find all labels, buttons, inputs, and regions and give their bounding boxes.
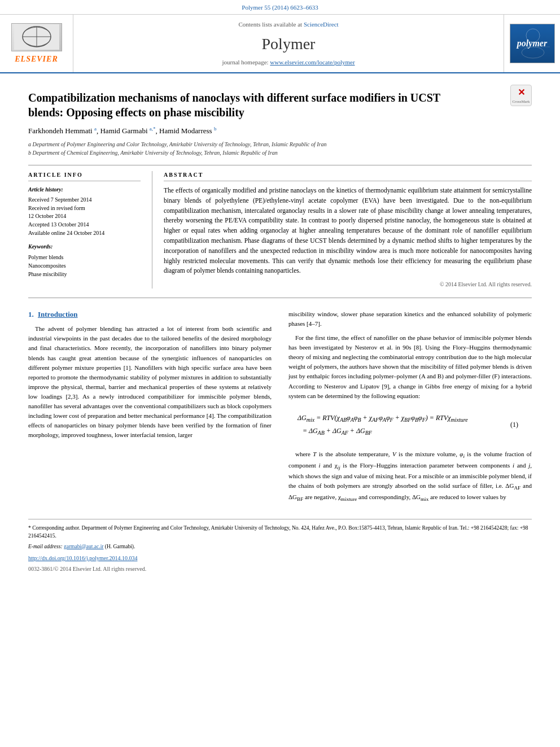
- equation-line1: ΔGmix = RTV(χABφAφB + χAFφAφF + χBFφBφF)…: [298, 412, 468, 425]
- article-info-heading: ARTICLE INFO: [28, 171, 141, 181]
- equation-1: ΔGmix = RTV(χABφAφB + χAFφAφF + χBFφBφF)…: [288, 408, 532, 443]
- author1-sup: a: [94, 126, 97, 132]
- keyword-2: Nanocomposites: [28, 261, 141, 270]
- elsevier-text: ELSEVIER: [15, 54, 58, 65]
- abstract-paragraph: The effects of organically modified and …: [164, 186, 532, 276]
- abstract-col: ABSTRACT The effects of organically modi…: [152, 171, 532, 289]
- equation-container: ΔGmix = RTV(χABφAφB + χAFφAφF + χBFφBφF)…: [298, 412, 523, 439]
- polymer-logo-text: polymer: [517, 37, 547, 50]
- polymer-logo-area: polymer: [504, 15, 560, 72]
- abstract-heading: ABSTRACT: [164, 171, 532, 181]
- elsevier-logo-area: ELSEVIER: [0, 15, 73, 72]
- journal-header-center: Contents lists available at ScienceDirec…: [73, 15, 504, 72]
- article-info-col: ARTICLE INFO Article history: Received 7…: [28, 171, 152, 289]
- crossmark-badge: ✕ CrossMark: [510, 85, 532, 106]
- doi-line: http://dx.doi.org/10.1016/j.polymer.2014…: [28, 554, 532, 562]
- body-section: 1. Introduction The advent of polymer bl…: [28, 309, 532, 508]
- journal-header: ELSEVIER Contents lists available at Sci…: [0, 15, 560, 73]
- authors-line: Farkhondeh Hemmati a, Hamid Garmabi a,*,…: [28, 125, 532, 137]
- affiliation-b: b Department of Chemical Engineering, Am…: [28, 148, 532, 157]
- issn-line: 0032-3861/© 2014 Elsevier Ltd. All right…: [28, 565, 532, 573]
- sciencedirect-line: Contents lists available at ScienceDirec…: [238, 20, 338, 29]
- equation-content: ΔGmix = RTV(χABφAφB + χAFφAφF + χBFφBφF)…: [298, 412, 468, 439]
- received-date: Received 7 September 2014: [28, 196, 141, 204]
- homepage-link[interactable]: www.elsevier.com/locate/polymer: [270, 59, 355, 65]
- author2: Hamid Garmabi: [100, 127, 147, 136]
- elsevier-logo: ELSEVIER: [11, 23, 62, 65]
- affiliation-a: a Department of Polymer Engineering and …: [28, 140, 532, 148]
- affiliations: a Department of Polymer Engineering and …: [28, 140, 532, 157]
- intro-heading: 1. Introduction: [28, 309, 272, 320]
- article-history: Article history: Received 7 September 20…: [28, 186, 141, 237]
- accepted-date: Accepted 13 October 2014: [28, 221, 141, 229]
- right-para1: miscibility window, slower phase separat…: [288, 309, 532, 329]
- journal-reference: Polymer 55 (2014) 6623–6633: [0, 0, 560, 15]
- info-abstract-section: ARTICLE INFO Article history: Received 7…: [28, 171, 532, 289]
- homepage-label: journal homepage:: [222, 59, 268, 65]
- divider-1: [28, 165, 532, 165]
- main-content: ✕ CrossMark Compatibilization mechanisms…: [0, 73, 560, 586]
- equation-line2: = ΔGAB + ΔGAF + ΔGBF: [298, 425, 468, 438]
- email-link[interactable]: garmabi@aut.ac.ir: [64, 544, 103, 549]
- polymer-logo-box: polymer: [510, 24, 555, 63]
- keyword-3: Phase miscibility: [28, 270, 141, 278]
- crossmark-icon: ✕: [518, 86, 525, 99]
- intro-para1: The advent of polymer blending has attra…: [28, 324, 272, 440]
- keyword-1: Polymer blends: [28, 253, 141, 261]
- body-right-col: miscibility window, slower phase separat…: [288, 309, 532, 508]
- footnote-section: * Corresponding author. Department of Po…: [28, 519, 532, 573]
- email-suffix: (H. Garmabi).: [105, 544, 135, 549]
- journal-title: Polymer: [262, 33, 316, 55]
- doi-link[interactable]: http://dx.doi.org/10.1016/j.polymer.2014…: [28, 555, 137, 561]
- revised-date: Received in revised form 12 October 2014: [28, 204, 141, 220]
- keywords-section: Keywords: Polymer blends Nanocomposites …: [28, 243, 141, 278]
- crossmark-area: ✕ CrossMark: [510, 85, 532, 106]
- right-body-text: miscibility window, slower phase separat…: [288, 309, 532, 400]
- author2-sup: a,*: [150, 126, 156, 132]
- author1: Farkhondeh Hemmati: [28, 127, 93, 136]
- author3-sup: b: [214, 126, 217, 132]
- footnote-email: E-mail address: garmabi@aut.ac.ir (H. Ga…: [28, 543, 532, 551]
- journal-ref-text: Polymer 55 (2014) 6623–6633: [242, 4, 318, 11]
- article-title: Compatibilization mechanisms of nanoclay…: [28, 90, 452, 120]
- crossmark-text: CrossMark: [512, 99, 530, 105]
- right-para2: For the first time, the effect of nanofi…: [288, 333, 532, 400]
- abstract-text: The effects of organically modified and …: [164, 186, 532, 276]
- journal-homepage: journal homepage: www.elsevier.com/locat…: [222, 58, 355, 67]
- available-date: Available online 24 October 2014: [28, 229, 141, 237]
- title-area: ✕ CrossMark Compatibilization mechanisms…: [28, 90, 532, 120]
- footnote-corresponding: * Corresponding author. Department of Po…: [28, 524, 532, 540]
- history-label: Article history:: [28, 186, 141, 194]
- author3: Hamid Modarress: [159, 127, 212, 136]
- intro-body-text: The advent of polymer blending has attra…: [28, 324, 272, 440]
- elsevier-logo-image: [11, 23, 62, 51]
- keywords-label: Keywords:: [28, 243, 141, 251]
- body-left-col: 1. Introduction The advent of polymer bl…: [28, 309, 272, 508]
- intro-number: 1.: [28, 310, 34, 318]
- equation-number: (1): [510, 412, 523, 430]
- sciencedirect-link[interactable]: ScienceDirect: [304, 21, 339, 28]
- intro-heading-text: Introduction: [38, 310, 78, 318]
- right-para3: where T is the absolute temperature, V i…: [288, 449, 532, 503]
- right-para3-text: where T is the absolute temperature, V i…: [288, 449, 532, 503]
- copyright-line: © 2014 Elsevier Ltd. All rights reserved…: [164, 281, 532, 289]
- divider-2: [28, 298, 532, 298]
- sciencedirect-label: Contents lists available at: [238, 21, 302, 28]
